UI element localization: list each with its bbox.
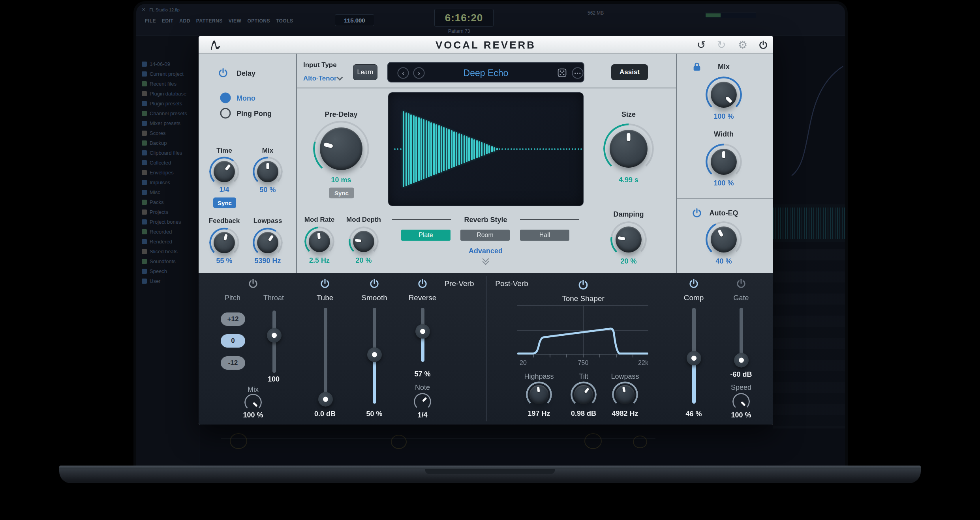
style-room-button[interactable]: Room: [460, 230, 510, 241]
preset-next-button[interactable]: ›: [413, 67, 425, 79]
list-item[interactable]: Channel presets: [136, 108, 199, 118]
assist-button[interactable]: Assist: [611, 64, 648, 80]
list-item[interactable]: Recorded: [136, 227, 199, 237]
preset-more-button[interactable]: ⋯: [572, 67, 584, 79]
list-item[interactable]: EDIT: [162, 18, 173, 24]
list-item[interactable]: Mixer presets: [136, 118, 199, 128]
fl-menubar[interactable]: FILEEDITADDPATTERNSVIEWOPTIONSTOOLS: [145, 18, 293, 24]
feedback-knob[interactable]: [209, 228, 239, 258]
list-item[interactable]: TOOLS: [276, 18, 293, 24]
antares-logo-icon: [210, 39, 223, 51]
reverse-slider[interactable]: [415, 308, 430, 362]
preset-prev-button[interactable]: ‹: [398, 67, 409, 79]
list-item[interactable]: Current project: [136, 69, 199, 79]
list-item[interactable]: VIEW: [229, 18, 242, 24]
smooth-slider[interactable]: [367, 308, 382, 404]
list-item[interactable]: Project bones: [136, 217, 199, 227]
smooth-power-icon[interactable]: [369, 279, 380, 289]
damping-knob[interactable]: [610, 221, 647, 258]
mono-radio[interactable]: [220, 93, 231, 103]
ts-lowpass-knob[interactable]: [612, 382, 638, 408]
gate-power-icon[interactable]: [736, 279, 747, 289]
list-item[interactable]: Speech: [136, 266, 199, 276]
list-item[interactable]: Collected: [136, 158, 199, 168]
delay-mix-knob[interactable]: [253, 157, 283, 187]
autoeq-knob[interactable]: [706, 221, 742, 258]
list-item[interactable]: Sliced beats: [136, 247, 199, 256]
delay-sync-button[interactable]: Sync: [213, 198, 236, 208]
ping-pong-radio[interactable]: [220, 108, 231, 119]
list-item[interactable]: FILE: [145, 18, 156, 24]
list-item[interactable]: Packs: [136, 197, 199, 207]
width-value: 100 %: [713, 179, 734, 187]
predelay-knob[interactable]: [313, 121, 369, 177]
width-knob[interactable]: [706, 144, 742, 180]
list-item[interactable]: Projects: [136, 207, 199, 217]
preset-name[interactable]: Deep Echo: [464, 68, 509, 79]
tube-slider[interactable]: [318, 308, 333, 404]
list-item[interactable]: Plugin database: [136, 89, 199, 99]
tone-shaper-power-icon[interactable]: [578, 279, 589, 291]
mod-rate-label: Mod Rate: [304, 216, 335, 224]
undo-icon[interactable]: ↺: [697, 40, 706, 51]
predelay-sync-button[interactable]: Sync: [329, 188, 354, 198]
advanced-link[interactable]: Advanced: [469, 247, 503, 255]
list-item[interactable]: Rendered: [136, 237, 199, 247]
highpass-label: Highpass: [524, 372, 554, 381]
pitch-power-icon[interactable]: [248, 279, 259, 289]
list-item[interactable]: 14-06-09: [136, 59, 199, 69]
list-item[interactable]: ADD: [179, 18, 190, 24]
fl-pattern-label[interactable]: Pattern 73: [448, 28, 470, 34]
list-item[interactable]: PATTERNS: [196, 18, 223, 24]
autoeq-power-icon[interactable]: [692, 208, 702, 219]
plugin-power-icon[interactable]: [758, 40, 768, 50]
fl-time-display[interactable]: 6:16:20: [434, 9, 494, 27]
list-item[interactable]: Envelopes: [136, 168, 199, 178]
list-item[interactable]: Recent files: [136, 79, 199, 89]
learn-button[interactable]: Learn: [353, 64, 377, 80]
delay-power-icon[interactable]: [218, 68, 229, 79]
delay-lowpass-knob[interactable]: [253, 228, 283, 258]
list-item[interactable]: Soundfonts: [136, 256, 199, 266]
gate-slider[interactable]: [734, 308, 749, 366]
list-item[interactable]: Scores: [136, 128, 199, 138]
fl-bpm-display[interactable]: 115.000: [335, 14, 374, 26]
input-type-value[interactable]: Alto-Tenor: [303, 75, 337, 82]
comp-slider[interactable]: [687, 308, 701, 404]
tilt-knob[interactable]: [571, 382, 597, 408]
time-knob[interactable]: [209, 157, 239, 187]
list-item[interactable]: Plugin presets: [136, 99, 199, 108]
speed-knob[interactable]: [732, 393, 750, 410]
chevron-down-icon[interactable]: [337, 75, 343, 81]
style-hall-button[interactable]: Hall: [520, 230, 569, 241]
fl-automation-node: [633, 436, 647, 448]
fl-peak-meter: [705, 13, 756, 18]
mix-lock-icon[interactable]: [692, 62, 702, 72]
list-item[interactable]: Backup: [136, 138, 199, 148]
style-plate-button[interactable]: Plate: [401, 230, 451, 241]
list-item[interactable]: User: [136, 276, 199, 286]
mod-depth-knob[interactable]: [349, 226, 379, 256]
reverse-power-icon[interactable]: [417, 279, 428, 289]
list-item[interactable]: OPTIONS: [247, 18, 270, 24]
list-item[interactable]: Misc: [136, 187, 199, 197]
list-item[interactable]: Clipboard files: [136, 148, 199, 158]
redo-icon[interactable]: ↻: [717, 40, 726, 51]
highpass-knob[interactable]: [526, 382, 552, 408]
output-mix-knob[interactable]: [706, 77, 742, 113]
fl-close-icon[interactable]: ✕: [142, 7, 145, 12]
pitch-zero-button[interactable]: 0: [221, 334, 245, 348]
tone-shaper-graph[interactable]: [517, 305, 648, 360]
size-knob[interactable]: [603, 123, 654, 174]
settings-gear-icon[interactable]: ⚙: [738, 40, 747, 51]
throat-slider[interactable]: [267, 311, 282, 373]
list-item[interactable]: Impulses: [136, 178, 199, 187]
pitch-mix-knob[interactable]: [244, 394, 262, 411]
mod-rate-knob[interactable]: [304, 226, 334, 256]
random-preset-dice-icon[interactable]: [557, 68, 567, 78]
pitch-minus12-button[interactable]: -12: [221, 356, 245, 370]
tube-power-icon[interactable]: [320, 279, 330, 289]
note-knob[interactable]: [414, 393, 431, 410]
comp-power-icon[interactable]: [689, 279, 699, 289]
pitch-plus12-button[interactable]: +12: [221, 312, 245, 326]
